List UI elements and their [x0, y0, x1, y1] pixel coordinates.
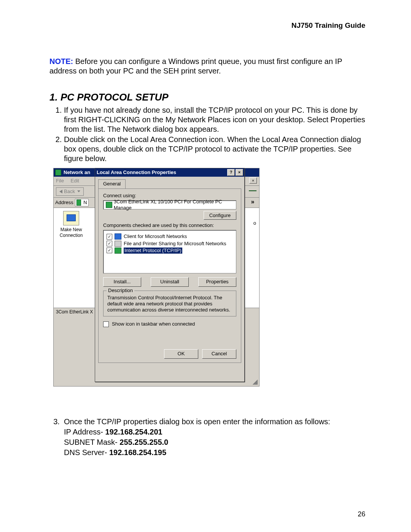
checkbox-fileshare[interactable]: ✓: [107, 241, 112, 246]
checkbox-taskbar[interactable]: [103, 321, 109, 327]
uninstall-button[interactable]: Uninstall: [151, 277, 189, 286]
description-legend: Description: [107, 288, 134, 294]
page-header: NJ750 Training Guide: [49, 21, 365, 30]
section-title: 1. PC PROTOCOL SETUP: [49, 91, 365, 104]
tab-panel-general: Connect using: 3Com EtherLink XL 10/100 …: [98, 189, 241, 363]
tray-icon: [249, 190, 256, 191]
arrow-left-icon: [59, 190, 62, 193]
step-2: Double click on the Local Area Connectio…: [64, 135, 365, 163]
connect-using-label: Connect using:: [103, 193, 236, 199]
lan-properties-dialog: Local Area Connection Properties ? × Gen…: [95, 168, 245, 382]
network-places-icon: [55, 169, 61, 176]
window-close-button[interactable]: ×: [249, 177, 257, 184]
resize-grip-icon[interactable]: [252, 379, 258, 385]
address-icon: [76, 200, 81, 206]
step-3-list: Once the TCP/IP properties dialog box is…: [49, 417, 365, 457]
component-client-label: Client for Microsoft Networks: [124, 233, 187, 240]
make-new-connection-item[interactable]: Make New Connection: [56, 211, 86, 238]
ip-line: IP Address- 192.168.254.201: [64, 427, 365, 437]
address-letter: N: [83, 200, 87, 206]
component-client[interactable]: ✓ Client for Microsoft Networks: [107, 233, 233, 240]
component-fileshare[interactable]: ✓ File and Printer Sharing for Microsoft…: [107, 241, 233, 247]
install-button[interactable]: Install...: [103, 277, 141, 286]
adapter-field[interactable]: 3Com EtherLink XL 10/100 PCI For Complet…: [103, 200, 236, 209]
back-label: Back: [64, 189, 75, 195]
note-text: Before you can configure a Windows print…: [49, 57, 342, 75]
dns-value: 192.168.254.195: [109, 448, 166, 457]
ip-label: IP Address-: [64, 428, 105, 436]
taskbar-label: Show icon in taskbar when connected: [112, 321, 195, 327]
note-paragraph: NOTE: Before you can configure a Windows…: [49, 57, 365, 76]
step-3-text: Once the TCP/IP properties dialog box is…: [64, 417, 330, 426]
step-1: If you have not already done so, install…: [64, 105, 365, 134]
component-tcpip-label: Internet Protocol (TCP/IP): [124, 248, 182, 254]
tcpip-icon: [115, 248, 121, 254]
doc-title: NJ750 Training Guide: [292, 21, 365, 29]
printer-icon: [115, 241, 121, 247]
description-group: Description Transmission Control Protoco…: [103, 291, 236, 317]
client-icon: [115, 233, 121, 240]
step-3: Once the TCP/IP properties dialog box is…: [64, 417, 365, 457]
screenshot-figure: Network an File Edit Back Address N: [53, 168, 259, 387]
components-list[interactable]: ✓ Client for Microsoft Networks ✓ File a…: [103, 230, 236, 273]
explorer-window: Network an File Edit Back Address N: [53, 168, 260, 387]
dns-label: DNS Server-: [64, 448, 109, 457]
adapter-name: 3Com EtherLink XL 10/100 PCI For Complet…: [114, 199, 234, 211]
close-button[interactable]: ×: [236, 169, 243, 176]
dialog-titlebar: Local Area Connection Properties ? ×: [95, 168, 244, 177]
subnet-value: 255.255.255.0: [119, 438, 168, 446]
address-label: Address: [55, 200, 73, 206]
component-fileshare-label: File and Printer Sharing for Microsoft N…: [124, 241, 226, 247]
ok-button[interactable]: OK: [164, 349, 198, 358]
subnet-label: SUBNET Mask-: [64, 438, 119, 446]
dialog-buttons: OK Cancel: [164, 349, 236, 358]
taskbar-checkbox-row[interactable]: Show icon in taskbar when connected: [103, 321, 236, 327]
tabstrip: General: [95, 177, 244, 188]
configure-row: Configure: [103, 212, 236, 219]
explorer-title: Network an: [64, 169, 90, 176]
address-box[interactable]: N: [75, 199, 89, 206]
right-o-text: o: [253, 220, 256, 226]
adapter-icon: [106, 202, 112, 208]
cancel-button[interactable]: Cancel: [202, 349, 236, 358]
checkbox-tcpip[interactable]: ✓: [107, 248, 112, 253]
note-label: NOTE:: [49, 57, 73, 66]
dns-line: DNS Server- 192.168.254.195: [64, 448, 365, 457]
item-line1: Make New: [56, 227, 86, 233]
tab-general[interactable]: General: [98, 179, 126, 189]
back-button[interactable]: Back: [56, 187, 84, 196]
status-text: 3Com EtherLink X: [56, 309, 93, 315]
dialog-title: Local Area Connection Properties: [97, 169, 176, 176]
page-number: 26: [358, 510, 365, 519]
make-new-connection-icon: [63, 211, 79, 225]
properties-button[interactable]: Properties: [198, 277, 236, 286]
menu-edit[interactable]: Edit: [71, 178, 79, 184]
item-line2: Connection: [56, 233, 86, 238]
chevron-down-icon: [77, 190, 80, 192]
configure-button[interactable]: Configure: [204, 211, 236, 220]
menu-file[interactable]: File: [56, 178, 64, 184]
components-label: Components checked are used by this conn…: [103, 222, 236, 228]
right-toolbar-strip: × »: [247, 177, 258, 204]
component-buttons: Install... Uninstall Properties: [103, 277, 236, 286]
subnet-line: SUBNET Mask- 255.255.255.0: [64, 438, 365, 447]
overflow-chevron-icon[interactable]: »: [251, 198, 255, 206]
checkbox-client[interactable]: ✓: [107, 234, 112, 240]
ip-value: 192.168.254.201: [105, 428, 162, 436]
component-tcpip[interactable]: ✓ Internet Protocol (TCP/IP): [107, 248, 233, 254]
description-text: Transmission Control Protocol/Internet P…: [107, 295, 232, 313]
help-button[interactable]: ?: [227, 169, 235, 176]
steps-list: If you have not already done so, install…: [49, 105, 365, 163]
